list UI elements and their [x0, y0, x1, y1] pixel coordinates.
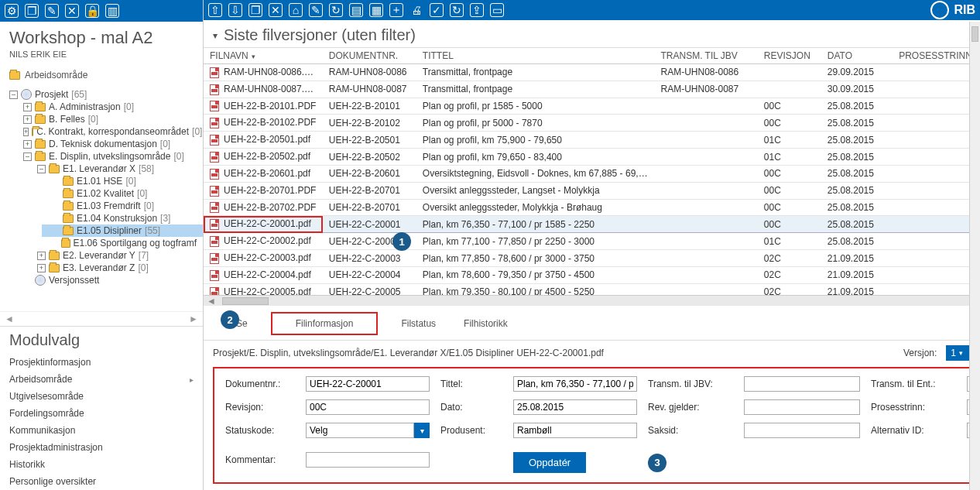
statuskode-select[interactable]: [306, 423, 414, 438]
produsent-field[interactable]: [513, 423, 637, 438]
col-prosesstrinn[interactable]: PROSESSTRINN: [893, 48, 980, 64]
more-icon[interactable]: ▭: [490, 3, 504, 17]
dato-field[interactable]: [513, 399, 637, 415]
module-item[interactable]: Arbeidsområde▸: [0, 371, 203, 388]
module-item[interactable]: Fordelingsområde: [0, 405, 203, 422]
expander-icon[interactable]: –: [9, 91, 18, 99]
table-row[interactable]: UEH-22-B-20502.pdfUEH-22-B-20502Plan og …: [204, 149, 980, 166]
table-row[interactable]: UEH-22-B-20701.PDFUEH-22-B-20701Oversikt…: [204, 182, 980, 199]
col-filnavn[interactable]: FILNAVN▾: [204, 48, 323, 64]
home-icon[interactable]: ⌂: [289, 3, 303, 17]
add-icon[interactable]: ＋: [389, 3, 403, 17]
module-item[interactable]: Utgivelsesområde: [0, 388, 203, 405]
download-icon[interactable]: ⇩: [228, 3, 242, 17]
tree-node[interactable]: E1.01 HSE [0]: [42, 175, 203, 187]
oppdater-button[interactable]: Oppdatér: [513, 452, 586, 473]
tree-project[interactable]: – Prosjekt [65]: [0, 88, 203, 101]
module-item[interactable]: Kommunikasjon: [0, 422, 203, 439]
tree-node[interactable]: +B. Felles [0]: [14, 113, 203, 125]
expander-icon[interactable]: +: [37, 264, 46, 272]
expander-icon[interactable]: +: [23, 115, 32, 124]
tree-node-e1[interactable]: – E1. Leverandør X [58]: [28, 163, 203, 175]
expander-icon[interactable]: +: [37, 252, 46, 260]
transmjbv-field[interactable]: [744, 376, 860, 392]
tree-node-e3[interactable]: + E3. Leverandør Z [0]: [28, 262, 203, 274]
table-row[interactable]: RAM-UHN08-0087.pdfRAM-UHN08-0087Transmit…: [204, 81, 980, 98]
table-row[interactable]: UEH-22-C-20003.pdfUEH-22-C-20003Plan, km…: [204, 250, 980, 267]
gear-icon[interactable]: ⚙: [5, 4, 19, 18]
chevron-down-icon[interactable]: ▾: [213, 30, 218, 41]
check-icon[interactable]: ✓: [430, 3, 444, 17]
tittel-field[interactable]: [513, 376, 637, 392]
module-item[interactable]: Prosjektinformasjon: [0, 354, 203, 371]
tree-node[interactable]: E1.04 Konstruksjon [3]: [42, 212, 203, 224]
col-dokumentnr[interactable]: DOKUMENTNR.: [323, 48, 416, 64]
expander-icon[interactable]: –: [37, 165, 46, 173]
refresh-icon[interactable]: ↻: [329, 3, 343, 17]
tree-node[interactable]: E1.02 Kvalitet [0]: [42, 187, 203, 200]
tree-node[interactable]: E1.05 Disipliner [55]: [42, 224, 203, 237]
tree-node[interactable]: +A. Administrasjon [0]: [14, 101, 203, 113]
table-row[interactable]: UEH-22-B-20601.pdfUEH-22-B-20601Oversikt…: [204, 165, 980, 182]
col-transmjbv[interactable]: TRANSM. TIL JBV: [655, 48, 758, 64]
right-vertical-scroll[interactable]: [969, 22, 980, 490]
tree-node[interactable]: E1.03 Fremdrift [0]: [42, 200, 203, 212]
module-item[interactable]: Prosjektadministrasjon: [0, 439, 203, 456]
print-icon[interactable]: 🖨: [409, 3, 423, 17]
tree-node-e[interactable]: – E. Displin, utvekslingsområde [0]: [14, 150, 203, 163]
kommentar-field[interactable]: [306, 452, 430, 468]
doc-icon[interactable]: ✎: [45, 4, 59, 18]
dokumentnr-field[interactable]: [306, 376, 430, 392]
revisjon-field[interactable]: [306, 399, 430, 415]
tree-versjonssett[interactable]: Versjonssett: [14, 274, 203, 286]
pdf-icon: [210, 118, 219, 128]
pdf-icon: [210, 202, 219, 213]
tree-node[interactable]: +C. Kontrakt, korrespondanseområdet [0]: [14, 125, 203, 138]
page-icon[interactable]: ▤: [349, 3, 363, 17]
tree-node-e2[interactable]: + E2. Leverandør Y [7]: [28, 249, 203, 262]
edit-icon[interactable]: ✎: [309, 3, 323, 17]
chevron-down-icon[interactable]: ▾: [414, 423, 430, 438]
expander-icon[interactable]: +: [23, 103, 32, 111]
table-row[interactable]: RAM-UHN08-0086.pdfRAM-UHN08-0086Transmit…: [204, 64, 980, 81]
table-row[interactable]: UEH-22-B-20101.PDFUEH-22-B-20101Plan og …: [204, 98, 980, 115]
col-revisjon[interactable]: REVISJON: [758, 48, 821, 64]
expander-icon[interactable]: +: [23, 128, 29, 136]
expander-icon[interactable]: –: [23, 152, 32, 161]
book-icon[interactable]: ▥: [105, 4, 119, 18]
tab-filhistorikk[interactable]: Filhistorikk: [459, 315, 512, 332]
table-row[interactable]: UEH-22-C-20005.pdfUEH-22-C-20005Plan, km…: [204, 283, 980, 295]
delete-icon[interactable]: ✕: [269, 3, 283, 17]
grid-horizontal-scroll[interactable]: ◄ ►: [204, 295, 980, 306]
lock-icon[interactable]: 🔒: [85, 4, 99, 18]
version-select[interactable]: 1▾: [946, 345, 971, 361]
upload-icon[interactable]: ⇧: [208, 3, 222, 17]
table-row[interactable]: UEH-22-B-20501.pdfUEH-22-B-20501Plan og …: [204, 132, 980, 149]
tab-filstatus[interactable]: Filstatus: [396, 315, 440, 332]
delete-icon[interactable]: ✕: [65, 4, 79, 18]
reload-icon[interactable]: ↻: [450, 3, 464, 17]
expander-icon[interactable]: +: [23, 140, 32, 149]
table-row[interactable]: UEH-22-C-20004.pdfUEH-22-C-20004Plan, km…: [204, 266, 980, 283]
right-toolbar: ⇧ ⇩ ❐ ✕ ⌂ ✎ ↻ ▤ ▦ ＋ 🖨 ✓ ↻ ⇪ ▭ RIB: [204, 0, 980, 20]
tree-node[interactable]: +D. Teknisk dokumentasjon [0]: [14, 138, 203, 150]
table-row[interactable]: UEH-22-B-20102.PDFUEH-22-B-20102Plan og …: [204, 115, 980, 132]
copy-icon[interactable]: ❐: [25, 4, 39, 18]
tab-filinformasjon[interactable]: Filinformasjon: [271, 312, 379, 335]
table-row[interactable]: UEH-22-C-20002.pdfUEH-22-C-20002Plan, km…: [204, 233, 980, 250]
tree-root[interactable]: Arbeidsområde: [0, 65, 203, 85]
col-dato[interactable]: DATO: [821, 48, 893, 64]
copy-icon[interactable]: ❐: [248, 3, 262, 17]
export-icon[interactable]: ⇪: [470, 3, 484, 17]
col-tittel[interactable]: TITTEL: [416, 48, 655, 64]
module-item[interactable]: Personlige oversikter: [0, 473, 203, 490]
module-item[interactable]: Historikk: [0, 456, 203, 473]
table-row[interactable]: UEH-22-C-20001.pdfUEH-22-C-20001Plan, km…: [204, 216, 980, 233]
saksid-field[interactable]: [744, 423, 860, 438]
new-icon[interactable]: ▦: [369, 3, 383, 17]
revgjelder-field[interactable]: [744, 399, 860, 415]
table-row[interactable]: UEH-22-B-20702.PDFUEH-22-B-20701Oversikt…: [204, 199, 980, 216]
tree-node[interactable]: E1.06 Sportilgang og togframf: [42, 237, 203, 249]
left-horizontal-scroll[interactable]: ◄►: [0, 311, 203, 326]
workshop-title: Workshop - mal A2: [0, 22, 203, 50]
